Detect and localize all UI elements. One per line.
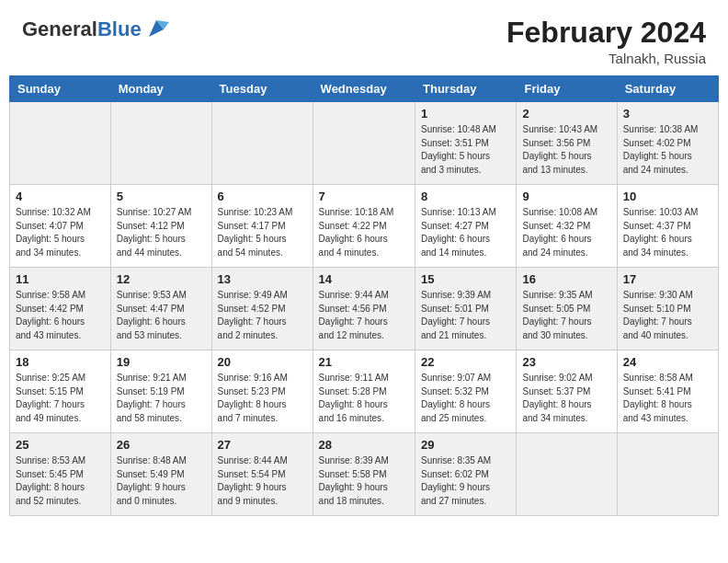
day-cell-empty-0-3	[313, 102, 415, 185]
calendar-wrap: SundayMondayTuesdayWednesdayThursdayFrid…	[0, 75, 728, 525]
day-info: Sunrise: 10:32 AMSunset: 4:07 PMDaylight…	[16, 206, 105, 259]
day-number: 10	[623, 190, 712, 203]
day-cell-23: 23Sunrise: 9:02 AMSunset: 5:37 PMDayligh…	[517, 350, 617, 433]
calendar-week-4: 25Sunrise: 8:53 AMSunset: 5:45 PMDayligh…	[10, 433, 719, 516]
month-year-title: February 2024	[506, 17, 706, 49]
day-number: 6	[218, 190, 307, 203]
day-info: Sunrise: 10:13 AMSunset: 4:27 PMDaylight…	[421, 206, 510, 259]
day-cell-9: 9Sunrise: 10:08 AMSunset: 4:32 PMDayligh…	[517, 185, 617, 268]
day-info: Sunrise: 8:39 AMSunset: 5:58 PMDaylight:…	[319, 454, 409, 508]
calendar-week-3: 18Sunrise: 9:25 AMSunset: 5:15 PMDayligh…	[10, 350, 719, 433]
day-info: Sunrise: 9:21 AMSunset: 5:19 PMDaylight:…	[117, 372, 206, 425]
day-cell-10: 10Sunrise: 10:03 AMSunset: 4:37 PMDaylig…	[617, 185, 718, 268]
weekday-header-friday: Friday	[517, 76, 617, 102]
day-info: Sunrise: 10:43 AMSunset: 3:56 PMDaylight…	[522, 123, 610, 177]
weekday-header-row: SundayMondayTuesdayWednesdayThursdayFrid…	[10, 76, 719, 102]
day-cell-25: 25Sunrise: 8:53 AMSunset: 5:45 PMDayligh…	[10, 433, 111, 516]
day-number: 9	[522, 190, 610, 203]
day-number: 13	[218, 272, 307, 286]
day-cell-21: 21Sunrise: 9:11 AMSunset: 5:28 PMDayligh…	[313, 350, 415, 433]
day-info: Sunrise: 9:44 AMSunset: 4:56 PMDaylight:…	[319, 289, 409, 342]
logo-general-text: General	[22, 17, 97, 40]
day-cell-14: 14Sunrise: 9:44 AMSunset: 4:56 PMDayligh…	[313, 268, 415, 350]
day-info: Sunrise: 9:30 AMSunset: 5:10 PMDaylight:…	[623, 289, 712, 342]
day-number: 8	[421, 190, 510, 203]
day-number: 17	[623, 272, 712, 286]
day-cell-empty-4-6	[617, 433, 718, 516]
logo-blue-text: Blue	[97, 17, 142, 40]
day-cell-17: 17Sunrise: 9:30 AMSunset: 5:10 PMDayligh…	[617, 268, 718, 350]
day-info: Sunrise: 9:58 AMSunset: 4:42 PMDaylight:…	[16, 289, 105, 342]
day-cell-15: 15Sunrise: 9:39 AMSunset: 5:01 PMDayligh…	[415, 268, 517, 350]
day-number: 16	[522, 272, 610, 286]
weekday-header-sunday: Sunday	[10, 76, 111, 102]
title-block: February 2024 Talnakh, Russia	[506, 17, 706, 66]
calendar-week-0: 1Sunrise: 10:48 AMSunset: 3:51 PMDayligh…	[10, 102, 719, 185]
day-cell-empty-0-1	[110, 102, 211, 185]
day-number: 25	[16, 438, 105, 452]
day-number: 28	[319, 438, 409, 452]
day-info: Sunrise: 10:08 AMSunset: 4:32 PMDaylight…	[522, 206, 610, 259]
day-cell-20: 20Sunrise: 9:16 AMSunset: 5:23 PMDayligh…	[211, 350, 313, 433]
day-number: 20	[218, 355, 307, 369]
page-header: GeneralBlue February 2024 Talnakh, Russi…	[0, 0, 728, 75]
day-cell-16: 16Sunrise: 9:35 AMSunset: 5:05 PMDayligh…	[517, 268, 617, 350]
weekday-header-thursday: Thursday	[415, 76, 517, 102]
day-info: Sunrise: 10:38 AMSunset: 4:02 PMDaylight…	[623, 123, 712, 177]
day-info: Sunrise: 8:53 AMSunset: 5:45 PMDaylight:…	[16, 454, 105, 508]
day-number: 12	[117, 272, 206, 286]
calendar-week-2: 11Sunrise: 9:58 AMSunset: 4:42 PMDayligh…	[10, 268, 719, 350]
day-cell-12: 12Sunrise: 9:53 AMSunset: 4:47 PMDayligh…	[110, 268, 211, 350]
day-info: Sunrise: 9:53 AMSunset: 4:47 PMDaylight:…	[117, 289, 206, 342]
day-cell-8: 8Sunrise: 10:13 AMSunset: 4:27 PMDayligh…	[415, 185, 517, 268]
day-info: Sunrise: 8:44 AMSunset: 5:54 PMDaylight:…	[218, 454, 307, 508]
day-number: 1	[421, 107, 510, 121]
day-info: Sunrise: 10:18 AMSunset: 4:22 PMDaylight…	[319, 206, 409, 259]
calendar-table: SundayMondayTuesdayWednesdayThursdayFrid…	[9, 75, 719, 516]
day-info: Sunrise: 9:39 AMSunset: 5:01 PMDaylight:…	[421, 289, 510, 342]
day-number: 24	[623, 355, 712, 369]
day-cell-27: 27Sunrise: 8:44 AMSunset: 5:54 PMDayligh…	[211, 433, 313, 516]
weekday-header-tuesday: Tuesday	[211, 76, 313, 102]
day-cell-empty-0-0	[10, 102, 111, 185]
logo: GeneralBlue	[22, 17, 169, 42]
day-number: 21	[319, 355, 409, 369]
location-subtitle: Talnakh, Russia	[506, 51, 706, 66]
day-cell-empty-0-2	[211, 102, 313, 185]
day-cell-13: 13Sunrise: 9:49 AMSunset: 4:52 PMDayligh…	[211, 268, 313, 350]
day-number: 19	[117, 355, 206, 369]
day-cell-1: 1Sunrise: 10:48 AMSunset: 3:51 PMDayligh…	[415, 102, 517, 185]
day-cell-5: 5Sunrise: 10:27 AMSunset: 4:12 PMDayligh…	[110, 185, 211, 268]
day-number: 15	[421, 272, 510, 286]
day-cell-empty-4-5	[517, 433, 617, 516]
weekday-header-saturday: Saturday	[617, 76, 718, 102]
day-cell-26: 26Sunrise: 8:48 AMSunset: 5:49 PMDayligh…	[110, 433, 211, 516]
day-number: 4	[16, 190, 105, 203]
day-info: Sunrise: 8:58 AMSunset: 5:41 PMDaylight:…	[623, 372, 712, 425]
day-info: Sunrise: 10:48 AMSunset: 3:51 PMDaylight…	[421, 123, 510, 177]
day-cell-7: 7Sunrise: 10:18 AMSunset: 4:22 PMDayligh…	[313, 185, 415, 268]
day-info: Sunrise: 9:11 AMSunset: 5:28 PMDaylight:…	[319, 372, 409, 425]
day-number: 26	[117, 438, 206, 452]
day-number: 14	[319, 272, 409, 286]
day-number: 7	[319, 190, 409, 203]
day-number: 29	[421, 438, 510, 452]
day-number: 18	[16, 355, 105, 369]
day-info: Sunrise: 9:16 AMSunset: 5:23 PMDaylight:…	[218, 372, 307, 425]
day-number: 23	[522, 355, 610, 369]
day-cell-22: 22Sunrise: 9:07 AMSunset: 5:32 PMDayligh…	[415, 350, 517, 433]
day-info: Sunrise: 9:25 AMSunset: 5:15 PMDaylight:…	[16, 372, 105, 425]
day-cell-6: 6Sunrise: 10:23 AMSunset: 4:17 PMDayligh…	[211, 185, 313, 268]
day-info: Sunrise: 10:03 AMSunset: 4:37 PMDaylight…	[623, 206, 712, 259]
day-cell-18: 18Sunrise: 9:25 AMSunset: 5:15 PMDayligh…	[10, 350, 111, 433]
day-info: Sunrise: 10:27 AMSunset: 4:12 PMDaylight…	[117, 206, 206, 259]
day-info: Sunrise: 9:02 AMSunset: 5:37 PMDaylight:…	[522, 372, 610, 425]
day-cell-4: 4Sunrise: 10:32 AMSunset: 4:07 PMDayligh…	[10, 185, 111, 268]
day-number: 22	[421, 355, 510, 369]
day-info: Sunrise: 9:07 AMSunset: 5:32 PMDaylight:…	[421, 372, 510, 425]
weekday-header-monday: Monday	[110, 76, 211, 102]
day-cell-3: 3Sunrise: 10:38 AMSunset: 4:02 PMDayligh…	[617, 102, 718, 185]
day-cell-24: 24Sunrise: 8:58 AMSunset: 5:41 PMDayligh…	[617, 350, 718, 433]
day-info: Sunrise: 9:35 AMSunset: 5:05 PMDaylight:…	[522, 289, 610, 342]
day-info: Sunrise: 8:48 AMSunset: 5:49 PMDaylight:…	[117, 454, 206, 508]
